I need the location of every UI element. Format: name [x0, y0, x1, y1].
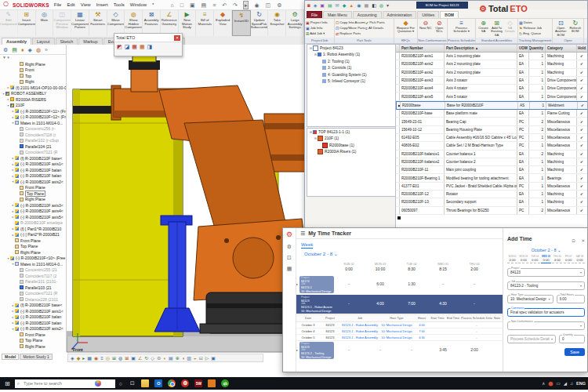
- process-schedule-detail-field[interactable]: Process Schedule Detail ▾: [507, 335, 556, 343]
- ribbon-button[interactable]: ⊞ Insert Components: [18, 10, 36, 36]
- assembly-tree-item[interactable]: ⊟ 210F (1): [307, 136, 395, 143]
- totaleto-gear-icon[interactable]: ⚙: [286, 231, 292, 238]
- ribbon-tab[interactable]: Markup: [78, 38, 102, 45]
- bom-table-row[interactable]: R2000iB210F-12 Rotator EA 1 Machining ✔: [396, 191, 588, 198]
- quickbar-icon[interactable]: ✉: [336, 3, 339, 8]
- taskbar-app[interactable]: qb: [219, 377, 232, 390]
- taskbar-app[interactable]: SW: [192, 377, 205, 390]
- ribbon-tab[interactable]: Accounting: [353, 11, 382, 18]
- feature-tree-item[interactable]: Coincident7121 (R: [0, 150, 66, 156]
- toolbar-icon[interactable]: ◑: [182, 356, 185, 361]
- ribbon-button[interactable]: ⊕Create SA: [477, 20, 490, 34]
- hour-type-field[interactable]: Hour Type 10: Mechanical Design ▾: [507, 295, 554, 303]
- hold-checkbox[interactable]: ✔: [577, 77, 586, 84]
- comments-field[interactable]: Comments Final spec validation for actua…: [507, 308, 585, 317]
- ribbon-button[interactable]: ◆ Exploded View: [214, 10, 232, 36]
- ribbon-button[interactable]: ⊘Open NCs: [433, 20, 447, 34]
- hold-checkbox[interactable]: ✔: [577, 53, 586, 60]
- feature-tree-item[interactable]: Front: [0, 67, 66, 74]
- quickbar-icon[interactable]: ▣: [189, 2, 196, 9]
- ribbon-tab[interactable]: Assembly: [2, 38, 31, 45]
- taskbar-app[interactable]: O: [152, 377, 165, 390]
- toolbar-icon[interactable]: ◎: [106, 356, 110, 361]
- feature-tree-item[interactable]: ▸ R2000iA RISERS: [0, 96, 66, 103]
- taskbar-app[interactable]: [205, 377, 219, 390]
- task-view-icon[interactable]: ⊡: [130, 380, 135, 387]
- hamburger-menu-icon[interactable]: ☰: [300, 230, 305, 237]
- assembly-tree-item[interactable]: R2000iA Risers (1): [307, 149, 395, 156]
- hours-link[interactable]: 4:00: [414, 323, 430, 327]
- close-icon[interactable]: ✕: [174, 35, 180, 41]
- feature-tree-item[interactable]: Coincident7117 (2: [0, 273, 66, 279]
- feature-tree-item[interactable]: ▸ (-) R-2000iB210F balan: [0, 314, 66, 321]
- ribbon-button[interactable]: ⚒ Smart Fasteners: [89, 10, 107, 36]
- ribbon-button[interactable]: ▤Report ▾: [585, 20, 588, 30]
- toolbar-icon[interactable]: ⊞: [112, 356, 116, 361]
- feature-tree-item[interactable]: ▸ (-) R-2000iB210F balan: [0, 173, 66, 180]
- feature-tree-item[interactable]: Concentric255 (21: [0, 267, 66, 274]
- ribbon-button[interactable]: ⊞Add To Existing SA: [490, 20, 503, 37]
- ribbon-button[interactable]: ◇SA Details: [503, 20, 517, 34]
- panel-tab-icon[interactable]: ◈: [27, 47, 31, 53]
- feature-tree-item[interactable]: ▸ (f) R-2000iB210F base<: [0, 303, 66, 309]
- quickbar-icon[interactable]: ↶: [221, 2, 227, 9]
- close-icon[interactable]: ✕: [581, 238, 585, 243]
- bom-table-row[interactable]: R2000iB210F-balance2 Counter balance 2 E…: [396, 158, 588, 166]
- app-icon[interactable]: O: [154, 379, 162, 387]
- feature-tree-item[interactable]: ▾ (-) R-2000iB210F axis2<: [0, 179, 66, 185]
- bom-table-row[interactable]: 61492-E05 Cable Assembly #16/16 SO Cabti…: [396, 134, 588, 142]
- ribbon-button[interactable]: ✔Pick Parts: [365, 20, 395, 25]
- feature-tree-item[interactable]: Top: [0, 73, 66, 79]
- ribbon-button[interactable]: ▦Dates: [519, 20, 532, 25]
- ribbon-tab[interactable]: BOM: [440, 11, 459, 18]
- project-field[interactable]: Project 84123 ▾: [507, 268, 585, 277]
- hold-checkbox[interactable]: ✔: [577, 85, 586, 92]
- panel-tab-icon[interactable]: ♦: [21, 47, 24, 53]
- ribbon-tab[interactable]: Administration: [383, 11, 417, 18]
- feature-tree-item[interactable]: Parallel102 (r-cSup: [0, 138, 66, 144]
- quickbar-icon[interactable]: ▦: [364, 3, 368, 8]
- toolbar-icon[interactable]: ∠: [138, 356, 142, 361]
- floating-toolbar-icon[interactable]: ◨: [147, 44, 153, 49]
- bom-table-row[interactable]: R2000iB210F-axis1 Axis 1 mounting plate …: [396, 53, 588, 60]
- panel-tab-icon[interactable]: ◍: [36, 47, 41, 53]
- start-button[interactable]: ⊞: [0, 380, 15, 387]
- feature-tree-item[interactable]: Front Plane: [0, 332, 66, 338]
- feature-tree-item[interactable]: Right Plane: [0, 343, 66, 350]
- project-tree-item[interactable]: 2: Tooling (1): [307, 58, 395, 65]
- bom-table-row[interactable]: R2000iB210F-base Base platform mate EA 1…: [396, 110, 588, 118]
- toolbar-icon[interactable]: ⊕: [176, 356, 180, 361]
- job-field[interactable]: Job 84123-2 - Tooling ▾: [507, 281, 585, 290]
- tray-icon[interactable]: ∧: [542, 381, 545, 386]
- hour-type-link[interactable]: 10: Mechanical Design: [379, 336, 414, 339]
- toolbar-icon[interactable]: ▷: [205, 356, 209, 361]
- quickbar-icon[interactable]: ◙: [307, 3, 310, 8]
- quickbar-icon[interactable]: ▤: [328, 3, 332, 8]
- toolbar-icon[interactable]: ⚙: [157, 356, 161, 361]
- ribbon-button[interactable]: ⊞Add Job ▾: [306, 31, 325, 36]
- feature-tree-item[interactable]: Parallel103 (21: [0, 285, 66, 291]
- feature-tree-item[interactable]: ▾ (-) R-2000iB210F axis2<: [0, 326, 66, 332]
- bom-table-row[interactable]: R2000iB210F-Bearing 1 Modified bearing f…: [396, 174, 588, 182]
- column-header[interactable]: Part Description ▲: [445, 45, 517, 52]
- quickbar-icon[interactable]: ▲: [349, 3, 354, 8]
- feature-tree-item[interactable]: Top Plane: [0, 338, 66, 344]
- day-cell[interactable]: THU 06 4:00: [552, 255, 562, 263]
- ribbon-button[interactable]: ▦ Linear Component Pattern: [71, 10, 89, 36]
- feature-tree-item[interactable]: ▸ (-) R-2000iB210F axis1<: [0, 162, 66, 168]
- bom-table-row[interactable]: R2000iB210F-balance1 Counter balance 1 E…: [396, 151, 588, 158]
- hold-checkbox[interactable]: ✔: [577, 158, 586, 165]
- hold-checkbox[interactable]: ✔: [577, 166, 586, 173]
- hold-checkbox[interactable]: ✔: [577, 174, 586, 181]
- feature-tree-item[interactable]: Front Plane: [0, 238, 66, 244]
- ribbon-button[interactable]: ⊡Copy/Move Parts: [336, 25, 365, 31]
- quickbar-icon[interactable]: ▤: [201, 2, 208, 9]
- ribbon-button[interactable]: ↻Refresh BOM: [568, 20, 583, 34]
- tab-week[interactable]: Week: [301, 242, 313, 249]
- quickbar-icon[interactable]: ◍: [379, 3, 383, 8]
- quantity-field[interactable]: Quantity 0: [559, 335, 585, 343]
- bom-table-row[interactable]: R2000iB210F-13 Secondary support EA 1 Ma…: [396, 198, 588, 206]
- summary-row[interactable]: ▸ Project 84123 Job 84123-2 - Tooling 10…: [296, 341, 503, 360]
- hold-checkbox[interactable]: ✔: [577, 207, 586, 214]
- toolbar-icon[interactable]: ◐: [163, 356, 166, 361]
